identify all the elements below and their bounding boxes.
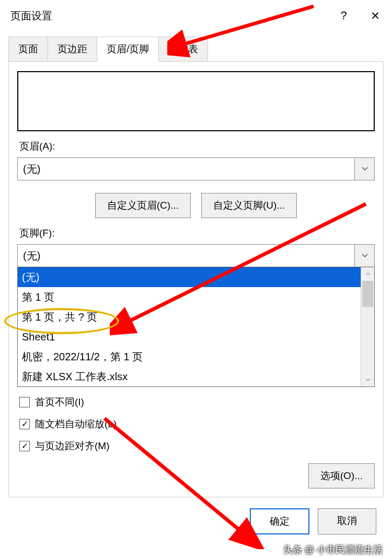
header-combo[interactable]: (无) [17, 157, 375, 180]
footer-dropdown-list[interactable]: (无) 第 1 页 第 1 页，共 ? 页 Sheet1 机密，2022/11/… [17, 267, 375, 387]
footer-option-confidential[interactable]: 机密，2022/11/2，第 1 页 [18, 347, 361, 367]
tab-margins[interactable]: 页边距 [48, 37, 97, 62]
ok-button[interactable]: 确定 [250, 508, 309, 534]
checkbox-different-first[interactable]: 首页不同(I) [19, 395, 373, 409]
footer-option-none[interactable]: (无) [18, 267, 361, 287]
header-combo-dropdown-button[interactable] [354, 158, 374, 180]
checkbox-label: 随文档自动缩放(L) [35, 417, 117, 431]
chevron-up-icon [365, 272, 371, 276]
scroll-thumb[interactable] [362, 281, 373, 307]
custom-footer-button[interactable]: 自定义页脚(U)... [201, 193, 297, 218]
header-combo-value: (无) [18, 162, 354, 176]
checkbox-icon [19, 441, 30, 451]
chevron-down-icon [362, 254, 368, 258]
chevron-down-icon [365, 378, 371, 381]
footer-option-filename[interactable]: 新建 XLSX 工作表.xlsx [18, 367, 361, 386]
footer-option-page-of[interactable]: 第 1 页，共 ? 页 [18, 307, 361, 327]
titlebar: 页面设置 ? × [0, 0, 392, 31]
header-label: 页眉(A): [19, 140, 375, 153]
checkbox-align-margins[interactable]: 与页边距对齐(M) [19, 439, 373, 453]
options-row: 选项(O)... [17, 463, 375, 488]
footer-label: 页脚(F): [19, 226, 375, 240]
close-button[interactable]: × [367, 5, 384, 26]
tab-header-footer[interactable]: 页眉/页脚 [97, 37, 159, 62]
options-button[interactable]: 选项(O)... [308, 463, 375, 488]
dropdown-scrollbar[interactable] [361, 267, 374, 386]
scroll-down-arrow[interactable] [361, 373, 374, 386]
titlebar-controls: ? × [336, 5, 384, 26]
tab-page[interactable]: 页面 [8, 37, 48, 62]
scroll-up-arrow[interactable] [361, 267, 374, 281]
footer-dropdown-items: (无) 第 1 页 第 1 页，共 ? 页 Sheet1 机密，2022/11/… [18, 267, 361, 386]
custom-buttons-row: 自定义页眉(C)... 自定义页脚(U)... [17, 193, 375, 218]
footer-option-sheetname[interactable]: Sheet1 [18, 327, 361, 347]
tab-strip: 页面 页边距 页眉/页脚 工作表 [0, 31, 392, 62]
cancel-button[interactable]: 取消 [318, 508, 376, 534]
tab-sheet[interactable]: 工作表 [158, 37, 208, 62]
dialog-footer: 确定 取消 [0, 498, 392, 534]
dialog-title: 页面设置 [10, 9, 52, 23]
footer-combo-dropdown-button[interactable] [354, 245, 374, 267]
checkbox-label: 与页边距对齐(M) [35, 439, 109, 453]
tab-content: 页眉(A): (无) 自定义页眉(C)... 自定义页脚(U)... 页脚(F)… [8, 61, 384, 497]
footer-combo-value: (无) [18, 249, 354, 263]
help-button[interactable]: ? [336, 7, 351, 25]
watermark: 头条 @ 小市民漂流生活 [283, 543, 383, 556]
custom-header-button[interactable]: 自定义页眉(C)... [95, 193, 191, 218]
checkbox-label: 首页不同(I) [35, 395, 84, 409]
header-preview [17, 71, 375, 131]
scroll-track[interactable] [361, 281, 374, 373]
checkbox-icon [19, 419, 30, 429]
checkbox-scale-with-doc[interactable]: 随文档自动缩放(L) [19, 417, 373, 431]
footer-option-page[interactable]: 第 1 页 [18, 287, 361, 307]
chevron-down-icon [362, 167, 368, 171]
footer-combo[interactable]: (无) [17, 244, 375, 267]
checkbox-icon [19, 397, 30, 407]
